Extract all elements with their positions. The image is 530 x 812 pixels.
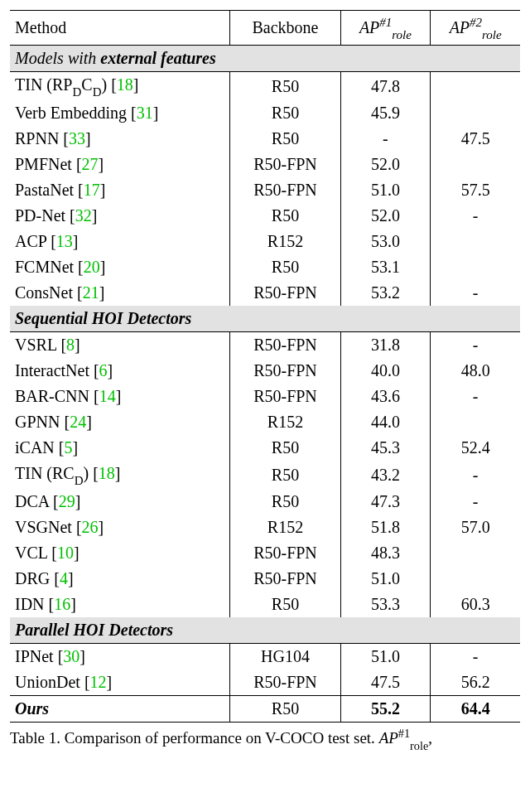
backbone-cell: HG104 (230, 644, 340, 670)
section-title: Sequential HOI Detectors (10, 306, 520, 332)
backbone-cell: R50 (230, 100, 340, 126)
table-row: RPNN [33]R50-47.5 (10, 126, 520, 152)
section-header: Parallel HOI Detectors (10, 617, 520, 644)
backbone-cell: R50 (230, 203, 340, 229)
col-method-header: Method (10, 11, 230, 46)
method-cell: VSRL [8] (10, 332, 230, 359)
backbone-cell: R152 (230, 409, 340, 435)
method-cell: Ours (10, 696, 230, 723)
col-ap1-header: AP#1role (340, 11, 431, 46)
method-cell: RPNN [33] (10, 126, 230, 152)
ap1-cell: 53.1 (340, 254, 431, 280)
method-cell: TIN (RPDCD) [18] (10, 71, 230, 100)
ap1-cell: 31.8 (340, 332, 431, 359)
ap2-cell: 57.5 (431, 177, 520, 203)
method-cell: ACP [13] (10, 229, 230, 254)
backbone-cell: R50 (230, 254, 340, 280)
table-row: ACP [13]R15253.0 (10, 229, 520, 254)
ap2-cell: - (431, 644, 520, 670)
ap1-cell: 52.0 (340, 203, 431, 229)
backbone-cell: R152 (230, 515, 340, 540)
ap1-cell: 45.9 (340, 100, 431, 126)
table-row: DRG [4]R50-FPN51.0 (10, 566, 520, 592)
backbone-cell: R50-FPN (230, 540, 340, 566)
ap2-cell: 47.5 (431, 126, 520, 152)
method-cell: iCAN [5] (10, 435, 230, 461)
ap2-cell (431, 229, 520, 254)
table-header-row: Method Backbone AP#1role AP#2role (10, 11, 520, 46)
table-row: UnionDet [12]R50-FPN47.556.2 (10, 669, 520, 696)
ap2-cell: - (431, 384, 520, 409)
ap2-cell: - (431, 489, 520, 515)
table-row: VCL [10]R50-FPN48.3 (10, 540, 520, 566)
ap1-cell: 53.3 (340, 592, 431, 617)
backbone-cell: R50 (230, 435, 340, 461)
ap1-cell: 40.0 (340, 358, 431, 384)
backbone-cell: R50-FPN (230, 384, 340, 409)
ap2-cell (431, 100, 520, 126)
ap2-cell: 52.4 (431, 435, 520, 461)
table-row: BAR-CNN [14]R50-FPN43.6- (10, 384, 520, 409)
method-cell: TIN (RCD) [18] (10, 461, 230, 489)
backbone-cell: R152 (230, 229, 340, 254)
ap1-cell: 51.8 (340, 515, 431, 540)
backbone-cell: R50 (230, 489, 340, 515)
table-row: TIN (RPDCD) [18]R5047.8 (10, 71, 520, 100)
table-row: DCA [29]R5047.3- (10, 489, 520, 515)
ap1-cell: 51.0 (340, 177, 431, 203)
method-cell: Verb Embedding [31] (10, 100, 230, 126)
table-row: FCMNet [20]R5053.1 (10, 254, 520, 280)
table-row: PD-Net [32]R5052.0- (10, 203, 520, 229)
method-cell: IDN [16] (10, 592, 230, 617)
method-cell: DRG [4] (10, 566, 230, 592)
results-table: Method Backbone AP#1role AP#2role Models… (10, 10, 520, 723)
table-row: InteractNet [6]R50-FPN40.048.0 (10, 358, 520, 384)
table-row: VSGNet [26]R15251.857.0 (10, 515, 520, 540)
method-cell: VSGNet [26] (10, 515, 230, 540)
ap1-cell: 47.5 (340, 669, 431, 696)
section-header: Models with external features (10, 45, 520, 71)
ap2-cell (431, 71, 520, 100)
method-cell: InteractNet [6] (10, 358, 230, 384)
ap2-cell: 56.2 (431, 669, 520, 696)
backbone-cell: R50-FPN (230, 332, 340, 359)
table-row: PastaNet [17]R50-FPN51.057.5 (10, 177, 520, 203)
ap1-cell: 47.3 (340, 489, 431, 515)
ap2-cell (431, 540, 520, 566)
table-row: GPNN [24]R15244.0 (10, 409, 520, 435)
ap1-cell: 52.0 (340, 152, 431, 177)
ap1-cell: 47.8 (340, 71, 431, 100)
section-title: Parallel HOI Detectors (10, 617, 520, 644)
ap2-cell: - (431, 332, 520, 359)
method-cell: BAR-CNN [14] (10, 384, 230, 409)
section-header: Sequential HOI Detectors (10, 306, 520, 332)
table-row: iCAN [5]R5045.352.4 (10, 435, 520, 461)
ap2-cell: 57.0 (431, 515, 520, 540)
col-backbone-header: Backbone (230, 11, 340, 46)
table-row: VSRL [8]R50-FPN31.8- (10, 332, 520, 359)
ap2-cell (431, 566, 520, 592)
backbone-cell: R50-FPN (230, 566, 340, 592)
method-cell: DCA [29] (10, 489, 230, 515)
ours-row: OursR5055.264.4 (10, 696, 520, 723)
backbone-cell: R50 (230, 592, 340, 617)
method-cell: PMFNet [27] (10, 152, 230, 177)
section-title: Models with external features (10, 45, 520, 71)
ap1-cell: - (340, 126, 431, 152)
backbone-cell: R50 (230, 71, 340, 100)
backbone-cell: R50-FPN (230, 177, 340, 203)
ap1-cell: 48.3 (340, 540, 431, 566)
table-row: PMFNet [27]R50-FPN52.0 (10, 152, 520, 177)
ap1-cell: 43.6 (340, 384, 431, 409)
method-cell: PastaNet [17] (10, 177, 230, 203)
ap2-cell: - (431, 280, 520, 306)
backbone-cell: R50-FPN (230, 152, 340, 177)
table-row: TIN (RCD) [18]R5043.2- (10, 461, 520, 489)
ap1-cell: 53.0 (340, 229, 431, 254)
backbone-cell: R50 (230, 126, 340, 152)
ap1-cell: 51.0 (340, 566, 431, 592)
col-ap2-header: AP#2role (431, 11, 520, 46)
method-cell: ConsNet [21] (10, 280, 230, 306)
backbone-cell: R50 (230, 696, 340, 723)
ap1-cell: 51.0 (340, 644, 431, 670)
